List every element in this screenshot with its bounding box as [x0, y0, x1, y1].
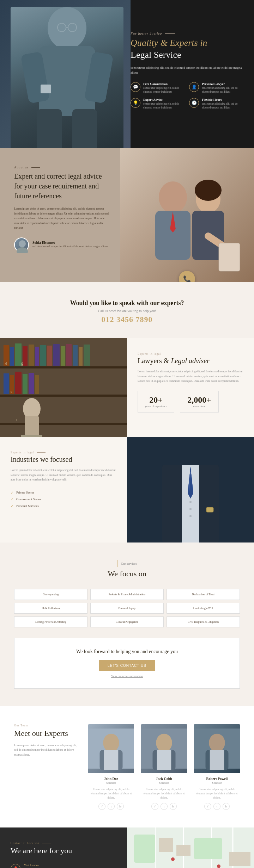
member-3-twitter[interactable]: t: [213, 803, 220, 810]
service-negligence[interactable]: Clinical Negligence: [90, 616, 164, 627]
hero-section: For better Justice Quality & Experts in …: [0, 0, 254, 148]
member-1-twitter[interactable]: t: [108, 803, 115, 810]
member-2-linkedin[interactable]: in: [170, 803, 177, 810]
about-inner: About us Expert and correct legal advice…: [0, 148, 254, 282]
about-section: About us Expert and correct legal advice…: [0, 148, 254, 282]
cta-question: Would you like to speak with our experts…: [7, 299, 247, 307]
stat-experience-label: years of experience: [145, 405, 167, 408]
feature-lawyer-desc: consectetur adipiscing elit, sed do eius…: [202, 86, 243, 94]
svg-rect-79: [210, 750, 224, 770]
feature-advice-title: Expert Advice: [143, 98, 185, 101]
member-john-doe: John Doe Solicitor Consectetur adipiscin…: [88, 724, 134, 810]
features-grid: 💬 Free Consultation consectetur adipisci…: [131, 82, 243, 110]
about-text: Lorem ipsum dolor sit amet, consectetur …: [14, 206, 109, 230]
expert-role: sed do eiusmod tempor incididunt ut labo…: [32, 244, 108, 249]
member-3-socials: f t in: [194, 803, 240, 810]
member-2-name: Jack Cobb: [141, 777, 187, 781]
cta-subtext: Call us now! We are waiting to help you!: [7, 309, 247, 313]
member-1-linkedin[interactable]: in: [117, 803, 124, 810]
member-2-twitter[interactable]: t: [161, 803, 168, 810]
feature-advice: 💡 Expert Advice consectetur adipiscing e…: [131, 98, 185, 110]
suit-image: [127, 437, 254, 542]
svg-point-14: [159, 181, 187, 213]
cta-banner: Would you like to speak with our experts…: [0, 282, 254, 338]
member-photo-2: [141, 724, 187, 773]
member-1-socials: f t in: [88, 803, 134, 810]
svg-rect-48: [25, 416, 39, 437]
svg-rect-92: [176, 845, 190, 856]
svg-point-0: [48, 7, 86, 49]
industries-text: Lorem ipsum dolor sit amet, consectetur …: [11, 468, 116, 482]
svg-rect-89: [194, 838, 222, 859]
stat-cases: 2,000+ cases done: [180, 391, 219, 413]
svg-text:h: h: [16, 418, 17, 422]
industries-section: Experts in legal Industries we focused L…: [0, 437, 254, 542]
feature-hours-desc: consectetur adipiscing elit, sed do eius…: [202, 102, 243, 110]
feature-hours-title: Flexible Hours: [202, 98, 243, 101]
member-1-text: Consectetur adipiscing elit, sed do eius…: [88, 787, 134, 800]
service-will[interactable]: Contesting a Will: [167, 603, 240, 614]
about-right: 📞: [120, 148, 254, 282]
member-3-linkedin[interactable]: in: [223, 803, 230, 810]
svg-rect-30: [23, 346, 28, 366]
service-probate[interactable]: Probate & Estate Administration: [90, 589, 164, 600]
hero-tagline: For better Justice: [131, 32, 243, 36]
svg-point-67: [189, 515, 192, 517]
service-debt[interactable]: Debt Collection: [14, 603, 87, 614]
member-robert-powell: Robert Powell Solicitor Consectetur adip…: [194, 724, 240, 810]
lawyer-icon: 👤: [189, 82, 199, 92]
svg-rect-44: [23, 374, 28, 394]
member-3-facebook[interactable]: f: [204, 803, 211, 810]
feature-hours: 🕐 Flexible Hours consectetur adipiscing …: [189, 98, 243, 110]
services-header: Our services We focus on: [14, 560, 240, 578]
consultation-icon: 💬: [131, 82, 140, 92]
expert-profile: Sohia Elsonnet sed do eiusmod tempor inc…: [14, 237, 109, 252]
service-disputes[interactable]: Civil Disputes & Litigation: [167, 616, 240, 627]
lets-contact-button[interactable]: LET'S CONTACT US: [99, 660, 155, 671]
expert-name: Sohia Elsonnet: [32, 241, 108, 244]
service-conveyancing[interactable]: Conveyancing: [14, 589, 87, 600]
svg-point-19: [195, 180, 222, 201]
location-icon: 📍: [11, 864, 20, 868]
member-3-text: Consectetur adipiscing elit, sed do eius…: [194, 787, 240, 800]
office-info-link[interactable]: View our office information: [25, 675, 229, 678]
member-1-role: Solicitor: [88, 781, 134, 785]
industry-item-1: Private Sector: [11, 489, 116, 496]
service-declaration[interactable]: Declaration of Trust: [167, 589, 240, 600]
team-section: Our Team Meet our Experts Lorem ipsum do…: [0, 706, 254, 827]
svg-rect-38: [73, 345, 78, 366]
hero-title: Quality & Experts in Legal Service: [131, 37, 243, 61]
member-2-role: Solicitor: [141, 781, 187, 785]
svg-text:e: e: [11, 390, 12, 393]
svg-rect-45: [29, 373, 34, 394]
service-powers[interactable]: Lasting Powers of Attorney: [14, 616, 87, 627]
lawyers-text: Lorem ipsum dolor sit amet, consectetur …: [138, 369, 243, 384]
service-injury[interactable]: Personal Injury: [90, 603, 164, 614]
team-inner: Our Team Meet our Experts Lorem ipsum do…: [14, 724, 240, 810]
svg-text:d: d: [5, 361, 7, 365]
member-1-facebook[interactable]: f: [98, 803, 105, 810]
lawyers-title: Lawyers & Legal adviser: [138, 357, 243, 365]
svg-point-66: [189, 508, 192, 510]
services-label: Our services: [121, 562, 137, 565]
cta-phone[interactable]: 012 3456 7890: [7, 315, 247, 324]
hero-image-bg: [0, 0, 131, 148]
svg-rect-41: [4, 373, 9, 394]
member-3-role: Solicitor: [194, 781, 240, 785]
svg-rect-36: [61, 346, 65, 366]
industries-list: Private Sector Government Sector Persona…: [11, 489, 116, 509]
hero-description: consectetur adipiscing elit, sed do eius…: [131, 65, 243, 75]
svg-rect-88: [134, 835, 155, 863]
member-2-text: Consectetur adipiscing elit, sed do eius…: [141, 787, 187, 800]
address-label: Visit location: [24, 864, 87, 867]
feature-advice-desc: consectetur adipiscing elit, sed do eius…: [143, 102, 185, 110]
svg-point-100: [171, 857, 175, 861]
svg-point-10: [19, 240, 26, 247]
svg-rect-46: [35, 375, 39, 394]
team-left: Our Team Meet our Experts Lorem ipsum do…: [14, 724, 78, 810]
svg-rect-31: [29, 345, 34, 366]
svg-rect-21: [219, 243, 240, 271]
hours-icon: 🕐: [189, 98, 199, 108]
member-jack-cobb: Jack Cobb Solicitor Consectetur adipisci…: [141, 724, 187, 810]
member-2-facebook[interactable]: f: [151, 803, 158, 810]
